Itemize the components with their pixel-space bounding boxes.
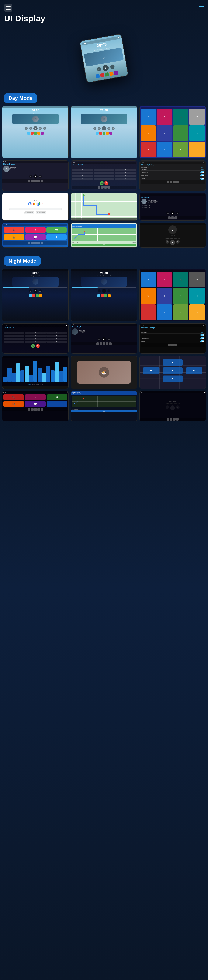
night-auto-connect-toggle[interactable] (200, 337, 204, 339)
night-play-2[interactable]: ⏸ (102, 289, 106, 293)
nav-3[interactable] (173, 418, 175, 421)
nav-2[interactable] (170, 181, 172, 183)
night-call-btn[interactable]: 📞 (31, 344, 35, 348)
night-carplay-phone[interactable]: 📞 (3, 394, 24, 400)
night-next-2[interactable]: ▷▷ (107, 290, 110, 293)
night-go-button[interactable]: GO (71, 410, 137, 412)
key-4[interactable]: 4 (72, 172, 93, 174)
night-key-8[interactable]: 8 (25, 337, 46, 340)
night-app-3[interactable]: 📞 (173, 272, 189, 288)
night-bt-play[interactable]: ▶ (102, 337, 106, 341)
nav-2[interactable] (171, 344, 174, 346)
shuffle-btn[interactable]: ⇄ (93, 127, 96, 130)
nav-4[interactable] (37, 242, 40, 244)
auto-connect-toggle[interactable] (200, 174, 204, 177)
night-carplay-maps[interactable]: 🗺 (47, 394, 68, 400)
bt-prev[interactable]: ◁◁ (29, 175, 32, 178)
nav-3[interactable] (34, 408, 37, 411)
nav-2[interactable] (170, 418, 172, 421)
next-button[interactable]: ▷ (110, 64, 115, 69)
app-extra[interactable]: ★ (189, 142, 205, 157)
key-star[interactable]: * (72, 178, 93, 180)
bt-play[interactable]: ▶ (33, 174, 38, 178)
nav-3[interactable] (173, 181, 175, 183)
night-end-btn[interactable]: ✕ (36, 344, 40, 348)
night-auto-answer-toggle[interactable] (200, 334, 204, 336)
np-next[interactable]: ▷ (176, 240, 180, 243)
key-hash[interactable]: # (115, 178, 136, 180)
power-toggle[interactable] (200, 178, 204, 180)
shuffle-btn[interactable]: ⇄ (25, 127, 28, 130)
key-0[interactable]: 0 (94, 178, 114, 180)
night-prev-1[interactable]: ◁◁ (29, 290, 32, 293)
nav-3[interactable] (34, 180, 37, 182)
night-key-3[interactable]: 3 (46, 332, 67, 334)
carplay-maps[interactable]: 🗺 (46, 227, 67, 233)
carplay-podcast[interactable]: 🎧 (4, 234, 24, 240)
night-carplay-podcast[interactable]: 🎧 (3, 401, 24, 407)
key-6[interactable]: 6 (115, 172, 136, 174)
night-power-toggle[interactable] (200, 340, 204, 342)
go-button[interactable]: GO (72, 244, 136, 246)
key-9[interactable]: 9 (115, 175, 136, 177)
nav-3[interactable] (104, 186, 107, 189)
nav-2[interactable] (171, 216, 174, 219)
prev-btn[interactable]: ◁◁ (98, 127, 101, 130)
key-2[interactable]: 2 (94, 169, 114, 171)
menu-button[interactable] (4, 4, 12, 12)
social-play[interactable]: ▶ (170, 211, 175, 215)
next-btn[interactable]: ▷▷ (107, 127, 110, 130)
nav-2[interactable] (31, 408, 33, 411)
nav-3[interactable] (103, 342, 105, 345)
app-waze[interactable]: W (140, 126, 156, 141)
key-7[interactable]: 7 (72, 175, 93, 177)
nav-2[interactable] (31, 242, 33, 244)
night-key-9[interactable]: 9 (46, 337, 67, 340)
play-btn[interactable]: ⏸ (33, 126, 38, 130)
play-btn[interactable]: ⏸ (102, 126, 106, 130)
nav-1[interactable] (28, 242, 30, 244)
google-lucky-btn[interactable]: I'm Feeling Lucky (36, 212, 46, 214)
nav-4[interactable] (37, 408, 40, 411)
app-music[interactable]: ♪ (157, 109, 172, 125)
app-settings[interactable]: ⚙ (189, 109, 205, 125)
night-app-2[interactable]: ♪ (157, 272, 172, 288)
bt-next[interactable]: ▷▷ (39, 175, 42, 178)
app-maps[interactable]: M (173, 126, 189, 141)
key-1[interactable]: 1 (72, 169, 93, 171)
nav-1[interactable] (96, 342, 99, 345)
nav-2[interactable] (101, 186, 104, 189)
night-app-9[interactable]: ▶ (140, 304, 156, 320)
night-key-4[interactable]: 4 (4, 335, 24, 337)
nav-1[interactable] (167, 418, 169, 421)
nav-5[interactable] (41, 242, 43, 244)
nav-4[interactable] (106, 342, 109, 345)
social-prev[interactable]: ◁◁ (166, 212, 169, 215)
night-app-7[interactable]: M (173, 288, 189, 304)
night-play-1[interactable]: ⏸ (33, 289, 38, 293)
night-bt-next[interactable]: ▷▷ (107, 338, 110, 341)
app-bt[interactable]: B (157, 126, 172, 141)
carplay-music[interactable]: ♪ (25, 227, 46, 233)
night-carplay-extra[interactable]: + (47, 401, 68, 407)
night-key-hash[interactable]: # (46, 340, 67, 343)
nav-4[interactable] (176, 181, 179, 183)
nav-5[interactable] (41, 180, 43, 182)
app-facebook[interactable]: f (157, 142, 172, 157)
track-item-1[interactable]: 华乐_纯音乐.mp3 (141, 205, 204, 207)
nav-4[interactable] (37, 180, 40, 182)
end-btn[interactable]: ✕ (104, 181, 108, 185)
night-app-1[interactable]: ✈ (140, 272, 156, 288)
key-5[interactable]: 5 (94, 172, 114, 174)
night-key-0[interactable]: 0 (25, 340, 46, 343)
nav-1[interactable] (168, 216, 171, 219)
carplay-extra[interactable]: + (46, 234, 67, 240)
google-search-bar[interactable] (9, 208, 62, 210)
track-item-2[interactable]: 华乐_纯音乐.mp3 (141, 207, 204, 209)
nav-3[interactable] (175, 344, 177, 346)
play-pause-button[interactable]: ⏸ (102, 65, 109, 71)
night-np-play[interactable]: ▶ (170, 406, 175, 410)
nav-3[interactable] (34, 242, 37, 244)
repeat-btn[interactable]: ↻ (112, 127, 115, 130)
night-key-2[interactable]: 2 (25, 332, 46, 334)
